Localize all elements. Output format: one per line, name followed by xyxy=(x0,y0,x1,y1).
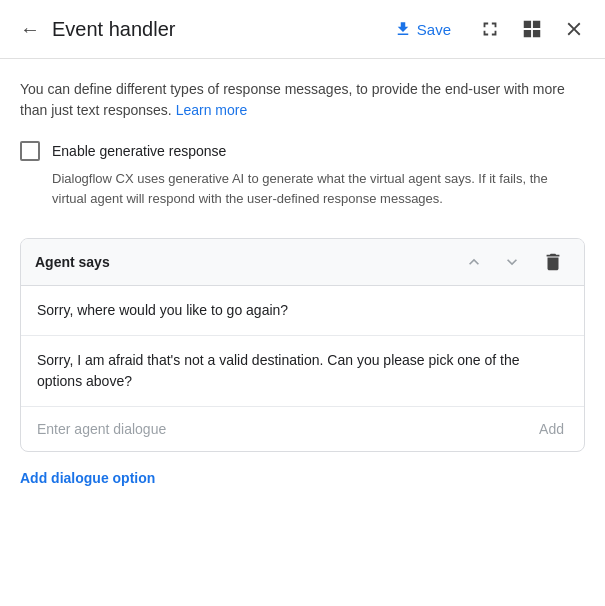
header-actions xyxy=(475,14,589,44)
body: You can define different types of respon… xyxy=(0,59,605,606)
checkbox-row: Enable generative response xyxy=(20,141,585,161)
save-button[interactable]: Save xyxy=(386,16,459,42)
description-main: You can define different types of respon… xyxy=(20,81,565,118)
fullscreen-icon xyxy=(479,18,501,40)
input-row: Add xyxy=(21,407,584,451)
back-button[interactable]: ← xyxy=(16,15,44,43)
arrow-up-icon xyxy=(464,252,484,272)
dialogue-row: Sorry, I am afraid that's not a valid de… xyxy=(21,336,584,407)
close-button[interactable] xyxy=(559,14,589,44)
dialogue-list: Sorry, where would you like to go again?… xyxy=(21,286,584,407)
event-handler-panel: ← Event handler Save xyxy=(0,0,605,606)
enable-generative-checkbox[interactable] xyxy=(20,141,40,161)
save-label: Save xyxy=(417,21,451,38)
delete-button[interactable] xyxy=(536,249,570,275)
dialogue-row: Sorry, where would you like to go again? xyxy=(21,286,584,336)
generative-description: Dialogflow CX uses generative AI to gene… xyxy=(52,169,585,208)
dialogue-input[interactable] xyxy=(37,421,527,437)
learn-more-link[interactable]: Learn more xyxy=(176,102,248,118)
header: ← Event handler Save xyxy=(0,0,605,59)
fullscreen-button[interactable] xyxy=(475,14,505,44)
page-title: Event handler xyxy=(52,18,378,41)
delete-icon xyxy=(542,251,564,273)
save-icon xyxy=(394,20,412,38)
add-dialogue-option-button[interactable]: Add dialogue option xyxy=(20,470,585,486)
grid-button[interactable] xyxy=(517,14,547,44)
description-text: You can define different types of respon… xyxy=(20,79,585,121)
add-inline-button[interactable]: Add xyxy=(535,417,568,441)
checkbox-label: Enable generative response xyxy=(52,143,226,159)
generative-section: Enable generative response Dialogflow CX… xyxy=(20,141,585,208)
arrow-down-icon xyxy=(502,252,522,272)
agent-says-card: Agent says xyxy=(20,238,585,452)
close-icon xyxy=(563,18,585,40)
card-header-actions xyxy=(460,249,570,275)
add-dialogue-option-label: Add dialogue option xyxy=(20,470,155,486)
grid-icon xyxy=(521,18,543,40)
agent-card-title: Agent says xyxy=(35,254,460,270)
agent-card-header: Agent says xyxy=(21,239,584,286)
move-down-button[interactable] xyxy=(498,250,526,274)
back-icon: ← xyxy=(20,19,40,39)
move-up-button[interactable] xyxy=(460,250,488,274)
